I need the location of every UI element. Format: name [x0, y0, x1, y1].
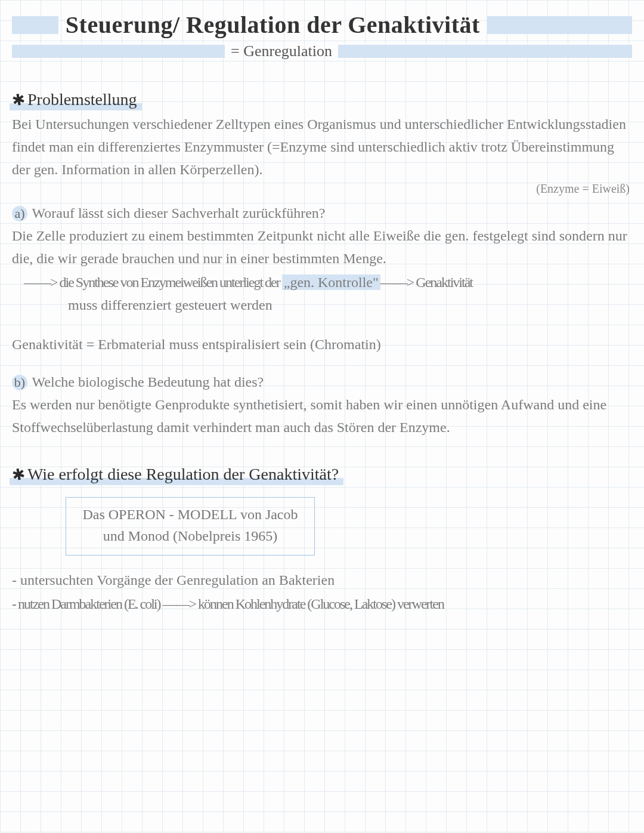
title-highlight-right — [487, 16, 632, 34]
subtitle-highlight-right — [338, 45, 632, 58]
operon-model-box: Das OPERON - MODELL von Jacob und Monod … — [66, 497, 315, 556]
enzyme-note: (Enzyme = Eiweiß) — [12, 182, 632, 196]
arrow-pre: ——> die Synthese von Enzymeiweißen unter… — [24, 274, 282, 290]
subtitle-row: = Genregulation — [12, 42, 632, 60]
gen-kontrolle-highlight: „gen. Kontrolle" — [282, 274, 380, 290]
subtitle-highlight-left — [12, 45, 225, 58]
genaktivitaet-definition: Genaktivität = Erbmaterial muss entspira… — [12, 337, 632, 353]
arrow-conclusion: ——> die Synthese von Enzymeiweißen unter… — [12, 271, 632, 316]
question-b-label: b) — [12, 375, 27, 390]
question-a-label: a) — [12, 206, 27, 221]
page-subtitle: = Genregulation — [225, 42, 338, 60]
question-a-text: Worauf lässt sich dieser Sachverhalt zur… — [32, 205, 326, 221]
answer-a: Die Zelle produziert zu einem bestimmten… — [12, 224, 632, 270]
page-title: Steuerung/ Regulation der Genaktivität — [58, 11, 487, 39]
answer-b: Es werden nur benötigte Genprodukte synt… — [12, 393, 632, 439]
scribble-icon: ✱ — [10, 90, 26, 110]
operon-box-line1: Das OPERON - MODELL von Jacob — [77, 504, 304, 525]
section-heading-regulation: ✱ Wie erfolgt diese Regulation der Genak… — [12, 465, 339, 484]
bullet-1: - untersuchten Vorgänge der Genregulatio… — [12, 569, 632, 591]
section-heading-label: Wie erfolgt diese Regulation der Genakti… — [27, 465, 339, 484]
question-b-text: Welche biologische Bedeutung hat dies? — [32, 374, 264, 390]
bullet-2: - nutzen Darmbakterien (E. coli) ——> kön… — [12, 593, 632, 615]
section-heading-label: Problemstellung — [27, 90, 137, 109]
title-highlight-left — [12, 16, 58, 34]
question-b: b) Welche biologische Bedeutung hat dies… — [12, 371, 632, 393]
question-a: a) Worauf lässt sich dieser Sachverhalt … — [12, 202, 632, 224]
operon-box-line2: und Monod (Nobelpreis 1965) — [77, 525, 304, 547]
section-heading-problemstellung: ✱ Problemstellung — [12, 90, 137, 109]
scribble-icon: ✱ — [10, 464, 26, 485]
arrow-line2: muss differenziert gesteuert werden — [24, 294, 632, 316]
intro-paragraph: Bei Untersuchungen verschiedener Zelltyp… — [12, 113, 632, 181]
arrow-post: ——> Genaktivität — [380, 274, 472, 290]
title-row: Steuerung/ Regulation der Genaktivität — [12, 11, 632, 39]
